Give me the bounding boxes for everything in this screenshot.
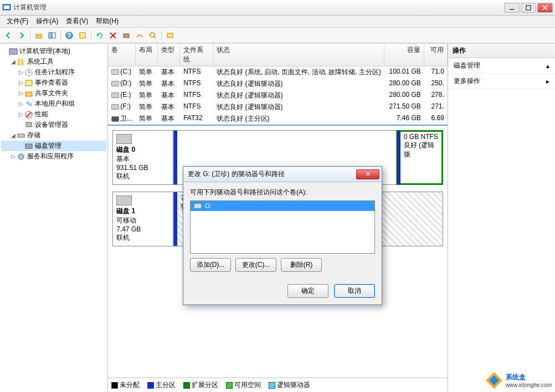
- add-button[interactable]: 添加(D)...: [190, 258, 231, 272]
- drive-icon: [194, 203, 202, 209]
- menu-help[interactable]: 帮助(H): [92, 16, 122, 27]
- collapse-icon: ▴: [546, 62, 549, 70]
- tree-label: 本地用户和组: [35, 99, 75, 109]
- svg-rect-19: [18, 59, 20, 65]
- svg-rect-17: [167, 33, 173, 38]
- tree-performance[interactable]: ▷性能: [1, 109, 106, 120]
- tree-label: 磁盘管理: [35, 141, 61, 151]
- col-volume[interactable]: 卷: [108, 44, 136, 66]
- drive-icon: [111, 92, 119, 98]
- forward-button[interactable]: [16, 29, 28, 42]
- svg-rect-24: [25, 80, 32, 86]
- disk-size: 931.51 GB: [116, 164, 169, 172]
- col-filesystem[interactable]: 文件系统: [180, 44, 213, 66]
- disk-icon: [116, 195, 132, 205]
- volume-row[interactable]: (C:)简单基本NTFS状态良好 (系统, 启动, 页面文件, 活动, 故障转储…: [108, 66, 448, 78]
- tree-local-users[interactable]: ▷本地用户和组: [1, 99, 106, 109]
- drive-icon: [111, 81, 119, 86]
- maximize-button[interactable]: [521, 3, 536, 13]
- legend-logical: 逻辑驱动器: [277, 381, 310, 389]
- tree-disk-management[interactable]: 磁盘管理: [1, 141, 106, 151]
- properties-button[interactable]: [76, 29, 89, 42]
- col-type[interactable]: 类型: [158, 44, 180, 66]
- svg-point-15: [150, 33, 155, 37]
- change-button[interactable]: 更改(C)...: [235, 258, 276, 272]
- tree-label: 存储: [27, 131, 40, 140]
- svg-rect-25: [25, 92, 32, 96]
- tree-device-manager[interactable]: 设备管理器: [1, 120, 106, 130]
- titlebar: 计算机管理: [0, 0, 555, 16]
- actions-pane: 操作 磁盘管理▴ 更多操作▸: [448, 44, 555, 392]
- volume-row[interactable]: 卫...简单基本FAT32状态良好 (主分区)7.46 GB6.69: [108, 113, 448, 125]
- menu-file[interactable]: 文件(F): [3, 16, 32, 27]
- delete-icon[interactable]: [107, 29, 119, 42]
- tree-shared-folders[interactable]: ▷共享文件夹: [1, 88, 106, 99]
- toolbar-button-c[interactable]: [147, 29, 159, 42]
- svg-rect-20: [21, 59, 23, 65]
- menu-action[interactable]: 操作(A): [33, 16, 61, 27]
- window-title: 计算机管理: [13, 3, 504, 12]
- legend-extended: 扩展分区: [192, 381, 218, 389]
- navigation-tree[interactable]: 计算机管理(本地) ◢系统工具 ▷任务计划程序 ▷事件查看器 ▷共享文件夹 ▷本…: [0, 44, 108, 392]
- svg-rect-30: [26, 122, 32, 127]
- tree-root-label: 计算机管理(本地): [19, 47, 70, 56]
- toolbar-button-b[interactable]: [133, 29, 146, 42]
- tree-label: 设备管理器: [35, 120, 68, 130]
- ok-button[interactable]: 确定: [287, 284, 328, 298]
- disk-type: 基本: [116, 154, 169, 164]
- disk-state: 联机: [116, 233, 169, 243]
- tree-systools[interactable]: ◢系统工具: [1, 56, 106, 67]
- svg-rect-11: [80, 33, 85, 38]
- back-button[interactable]: [2, 29, 14, 42]
- menubar: 文件(F) 操作(A) 查看(V) 帮助(H): [0, 16, 555, 28]
- close-button[interactable]: [537, 3, 553, 13]
- col-free[interactable]: 可用: [424, 44, 448, 66]
- show-hide-tree-button[interactable]: [46, 29, 58, 42]
- dialog-title: 更改 G: (卫珍) 的驱动器号和路径: [186, 169, 356, 179]
- volume-row[interactable]: (D:)简单基本NTFS状态良好 (逻辑驱动器)280.00 GB250.: [108, 78, 448, 90]
- svg-rect-7: [49, 33, 52, 38]
- chevron-right-icon: ▸: [546, 78, 549, 85]
- disk-name: 磁盘 1: [116, 207, 169, 216]
- minimize-button[interactable]: [504, 3, 520, 13]
- dialog-close-button[interactable]: ✕: [356, 169, 379, 179]
- volume-list-header: 卷 布局 类型 文件系统 状态 容量 可用: [108, 44, 448, 66]
- drive-icon: [111, 104, 119, 110]
- col-status[interactable]: 状态: [213, 44, 384, 66]
- svg-point-33: [18, 154, 24, 159]
- remove-button[interactable]: 删除(R): [281, 258, 322, 272]
- actions-more[interactable]: 更多操作▸: [448, 74, 555, 89]
- tree-root[interactable]: 计算机管理(本地): [1, 46, 106, 56]
- toolbar: ?: [0, 28, 555, 43]
- svg-line-16: [154, 37, 156, 38]
- tree-event-viewer[interactable]: ▷事件查看器: [1, 78, 106, 88]
- svg-text:?: ?: [67, 32, 71, 39]
- tree-label: 共享文件夹: [35, 89, 68, 98]
- drive-letter-item[interactable]: G:: [191, 201, 374, 211]
- legend-free: 可用空间: [234, 381, 261, 389]
- volume-row[interactable]: (F:)简单基本NTFS状态良好 (逻辑驱动器)271.50 GB271.: [108, 101, 448, 113]
- toolbar-button-a[interactable]: [120, 29, 132, 42]
- svg-point-26: [26, 101, 29, 105]
- help-button[interactable]: ?: [63, 29, 75, 42]
- tree-storage[interactable]: ◢存储: [1, 130, 106, 141]
- col-layout[interactable]: 布局: [136, 44, 158, 66]
- drive-letter-listbox[interactable]: G:: [190, 200, 375, 254]
- volume-list[interactable]: (C:)简单基本NTFS状态良好 (系统, 启动, 页面文件, 活动, 故障转储…: [108, 66, 448, 125]
- menu-view[interactable]: 查看(V): [63, 16, 91, 27]
- up-button[interactable]: [33, 29, 45, 42]
- tree-task-scheduler[interactable]: ▷任务计划程序: [1, 67, 106, 78]
- legend-unallocated: 未分配: [120, 381, 140, 389]
- tree-services-apps[interactable]: ▷服务和应用程序: [1, 151, 106, 162]
- actions-diskmgmt[interactable]: 磁盘管理▴: [448, 58, 555, 74]
- volume-row[interactable]: (E:)简单基本NTFS状态良好 (逻辑驱动器)280.00 GB278.: [108, 90, 448, 101]
- disk-name: 磁盘 0: [116, 145, 169, 154]
- dialog-titlebar[interactable]: 更改 G: (卫珍) 的驱动器号和路径 ✕: [183, 167, 382, 182]
- col-capacity[interactable]: 容量: [384, 44, 424, 66]
- toolbar-button-d[interactable]: [164, 29, 176, 42]
- legend: 未分配 主分区 扩展分区 可用空间 逻辑驱动器: [108, 378, 448, 392]
- disk-state: 联机: [116, 172, 169, 181]
- cancel-button[interactable]: 取消: [334, 284, 375, 298]
- disk-partition-selected[interactable]: 0 GB NTFS良好 (逻辑驱: [397, 130, 443, 185]
- refresh-button[interactable]: [94, 29, 106, 42]
